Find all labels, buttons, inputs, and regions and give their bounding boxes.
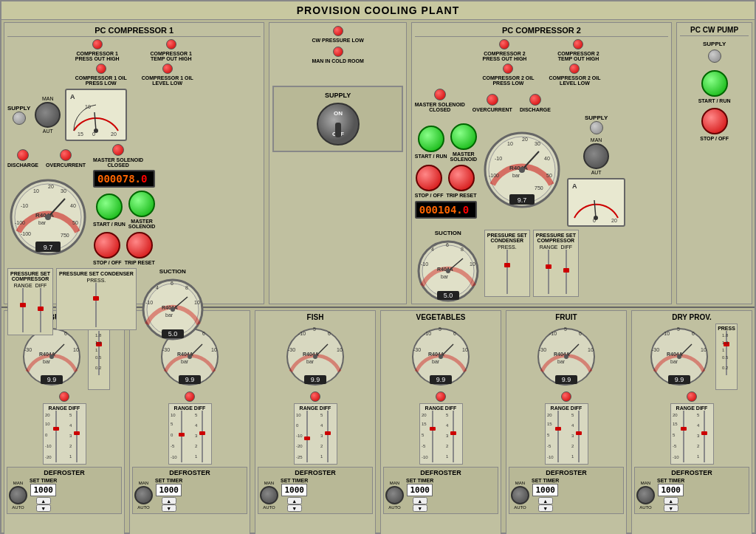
fish-timer-up[interactable]: ▲ [287, 497, 302, 504]
svg-text:8: 8 [185, 285, 188, 290]
svg-text:0: 0 [45, 433, 48, 437]
svg-rect-29 [95, 283, 97, 327]
svg-text:10: 10 [73, 347, 79, 352]
svg-text:ON: ON [334, 110, 343, 117]
svg-text:9.9: 9.9 [47, 376, 57, 383]
cw-pump-title: PC CW PUMP [680, 26, 749, 36]
fruit-defroster-switch[interactable] [511, 486, 529, 504]
svg-text:10: 10 [171, 413, 176, 417]
dry-prov-range-diff: RANGE DIFF 20155-5-10°C 54321 [670, 403, 714, 465]
fruit-timer-down[interactable]: ▼ [538, 504, 553, 512]
svg-text:4: 4 [69, 423, 72, 428]
vegetables-defroster-switch[interactable] [385, 486, 404, 504]
svg-text:-10: -10 [673, 455, 679, 459]
svg-text:5: 5 [547, 433, 550, 437]
comp1-ammeter: A 0 20 15 10 [65, 89, 127, 141]
comp1-counter: 000078.0 [93, 170, 155, 188]
fish-gauge: -30 -10 5 6 10 R404A bar 9.9 [282, 324, 348, 390]
svg-text:3: 3 [697, 434, 700, 438]
comp1-master-solenoid-btn[interactable] [128, 191, 155, 217]
dry-prov-timer-down[interactable]: ▼ [664, 504, 678, 512]
meat-timer-down[interactable]: ▼ [162, 504, 176, 512]
comp1-man-label: MAN [42, 96, 54, 101]
vegetables-timer-up[interactable]: ▲ [413, 497, 427, 504]
meat-defroster-switch[interactable] [134, 486, 153, 504]
comp2-rotary-switch[interactable] [583, 143, 609, 169]
meat-timer-up[interactable]: ▲ [162, 497, 176, 504]
comp2-trip-reset-btn[interactable] [448, 165, 475, 191]
svg-text:9.9: 9.9 [675, 376, 684, 383]
fruit-status-light [561, 391, 571, 402]
comp1-rotary-switch[interactable] [35, 102, 61, 128]
svg-text:-10: -10 [296, 434, 303, 438]
svg-text:-10: -10 [424, 331, 431, 336]
svg-text:5.0: 5.0 [168, 330, 178, 338]
butter-defroster-switch[interactable] [9, 486, 27, 504]
svg-text:0.5: 0.5 [95, 355, 102, 360]
svg-rect-109 [53, 427, 59, 431]
svg-rect-216 [557, 411, 559, 462]
compressor2-title: PC COMPRESSOR 2 [415, 26, 668, 37]
svg-text:2: 2 [69, 444, 72, 448]
comp1-ammeter-svg: A 0 20 15 10 [66, 90, 126, 138]
comp2-stop-off-btn[interactable] [416, 165, 442, 191]
supply-onoff-switch[interactable]: ON OFF [316, 102, 360, 146]
comp1-stop-off-btn[interactable] [94, 232, 120, 259]
svg-text:0.5: 0.5 [722, 355, 729, 360]
fruit-gauge: -30 -10 5 6 10 R404A bar 9.9 [533, 324, 599, 390]
comp2-main-gauge: -10 10 20 30 40 50 -100 750 R404A bar 9.… [481, 129, 563, 212]
comp1-trip-reset-btn[interactable] [126, 232, 153, 259]
fish-defroster: DEFROSTER MAN AUTO SET TIMER 1000 ▲ ▼ [258, 467, 373, 514]
svg-rect-85 [548, 250, 549, 294]
svg-rect-190 [430, 427, 436, 431]
dry-prov-status-light [687, 391, 697, 402]
svg-text:-5: -5 [171, 444, 175, 448]
cw-pump-stop-off-btn[interactable] [701, 108, 728, 134]
comp2-supply-indicator [590, 121, 603, 134]
svg-text:20: 20 [547, 413, 552, 417]
vegetables-status-light [436, 391, 446, 402]
svg-rect-88 [563, 268, 569, 273]
vegetables-title: VEGETABLES [383, 313, 498, 321]
cw-pump-start-run-btn[interactable] [701, 70, 728, 97]
butter-timer-down[interactable]: ▼ [36, 504, 51, 512]
svg-rect-83 [506, 250, 508, 294]
comp2-start-run-label: START / RUN [415, 154, 447, 159]
svg-text:bar: bar [670, 359, 678, 364]
dry-prov-defroster-switch[interactable] [636, 486, 655, 504]
supply-panel: SUPPLY ON OFF [272, 86, 402, 152]
comp2-start-run-btn[interactable] [418, 126, 444, 152]
svg-text:10: 10 [296, 413, 301, 417]
svg-text:10: 10 [337, 347, 343, 352]
alarm-comp2-temp-out-high: COMPRESSOR 2TEMP OUT HIGH [552, 39, 604, 61]
svg-rect-136 [179, 433, 185, 437]
comp1-trip-reset-label: TRIP RESET [125, 260, 155, 265]
svg-rect-116 [76, 411, 78, 462]
dry-prov-timer-up[interactable]: ▲ [664, 497, 678, 504]
fruit-timer-up[interactable]: ▲ [538, 497, 553, 504]
comp1-pressure-set-condenser: PRESSURE SET CONDENSER PRESS. [56, 268, 137, 330]
butter-timer-value: 1000 [30, 484, 56, 496]
svg-text:750: 750 [535, 185, 543, 191]
butter-timer-up[interactable]: ▲ [36, 497, 51, 504]
vegetables-timer-down[interactable]: ▼ [413, 504, 427, 512]
svg-text:4: 4 [156, 285, 159, 290]
fish-defroster-switch[interactable] [260, 486, 278, 504]
svg-text:-10: -10 [549, 331, 557, 336]
comp1-start-run-btn[interactable] [96, 194, 123, 220]
svg-text:5: 5 [422, 433, 425, 437]
svg-text:10: 10 [45, 422, 50, 426]
svg-text:10: 10 [462, 347, 468, 352]
svg-rect-30 [93, 296, 99, 301]
fish-timer-down[interactable]: ▼ [287, 504, 302, 512]
comp2-stop-off-label: STOP / OFF [415, 193, 444, 198]
svg-text:3: 3 [69, 434, 72, 438]
svg-text:3: 3 [446, 434, 449, 438]
meat-timer-value: 1000 [156, 484, 182, 496]
svg-text:6: 6 [453, 331, 456, 336]
comp2-master-solenoid-btn[interactable] [450, 123, 477, 150]
main-title: PROVISION COOLING PLANT [1, 1, 755, 20]
comp1-master-solenoid-ind: MASTER SOLENOIDCLOSED [93, 144, 143, 168]
alarm-comp2-oil-level: COMPRESSOR 2 OILLEVEL LOW [549, 64, 600, 86]
svg-rect-117 [74, 431, 80, 435]
